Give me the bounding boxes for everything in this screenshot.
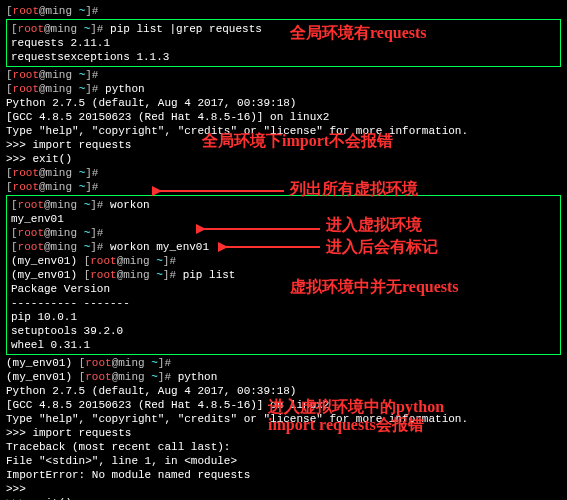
terminal-line: [root@ming ~]# python (6, 82, 561, 96)
highlight-box-virtualenv: [root@ming ~]# workon my_env01 [root@min… (6, 195, 561, 355)
terminal-line: (my_env01) [root@ming ~]# pip list (11, 268, 556, 282)
terminal-line: [root@ming ~]# workon (11, 198, 556, 212)
annotation-list-envs: 列出所有虚拟环境 (290, 182, 418, 196)
terminal-line: Traceback (most recent call last): (6, 440, 561, 454)
terminal-line: [GCC 4.8.5 20150623 (Red Hat 4.8.5-16)] … (6, 110, 561, 124)
terminal-line: [root@ming ~]# (6, 166, 561, 180)
terminal-line: Python 2.7.5 (default, Aug 4 2017, 00:39… (6, 96, 561, 110)
terminal-line: [root@ming ~]# (11, 226, 556, 240)
terminal-line: ImportError: No module named requests (6, 468, 561, 482)
terminal-line: [root@ming ~]# (6, 68, 561, 82)
annotation-no-requests: 虚拟环境中并无requests (290, 280, 459, 294)
terminal-line: ---------- ------- (11, 296, 556, 310)
terminal-line: requests 2.11.1 (11, 36, 556, 50)
terminal-line: wheel 0.31.1 (11, 338, 556, 352)
terminal-line: pip 10.0.1 (11, 310, 556, 324)
terminal-line: >>> exit() (6, 496, 561, 500)
terminal-line: setuptools 39.2.0 (11, 324, 556, 338)
annotation-import-error: import requests会报错 (268, 418, 424, 432)
terminal-line: requestsexceptions 1.1.3 (11, 50, 556, 64)
annotation-venv-python: 进入虚拟环境中的python (268, 400, 444, 414)
terminal-line: Python 2.7.5 (default, Aug 4 2017, 00:39… (6, 384, 561, 398)
terminal-line: (my_env01) [root@ming ~]# (6, 356, 561, 370)
annotation-enter-env: 进入虚拟环境 (326, 218, 422, 232)
terminal-line: (my_env01) [root@ming ~]# python (6, 370, 561, 384)
terminal-line: >>> exit() (6, 152, 561, 166)
terminal-line: [root@ming ~]# workon my_env01 (11, 240, 556, 254)
annotation-global-has-requests: 全局环境有requests (290, 26, 427, 40)
terminal-line: >>> (6, 482, 561, 496)
terminal-line: my_env01 (11, 212, 556, 226)
terminal-line: [root@ming ~]# (6, 4, 561, 18)
terminal-line: File "<stdin>", line 1, in <module> (6, 454, 561, 468)
annotation-global-import-ok: 全局环境下import不会报错 (202, 134, 393, 148)
highlight-box-global-requests: [root@ming ~]# pip list |grep requests r… (6, 19, 561, 67)
terminal-line: Package Version (11, 282, 556, 296)
terminal-line: [root@ming ~]# (6, 180, 561, 194)
terminal-line: (my_env01) [root@ming ~]# (11, 254, 556, 268)
terminal-line: [root@ming ~]# pip list |grep requests (11, 22, 556, 36)
annotation-env-marker: 进入后会有标记 (326, 240, 438, 254)
